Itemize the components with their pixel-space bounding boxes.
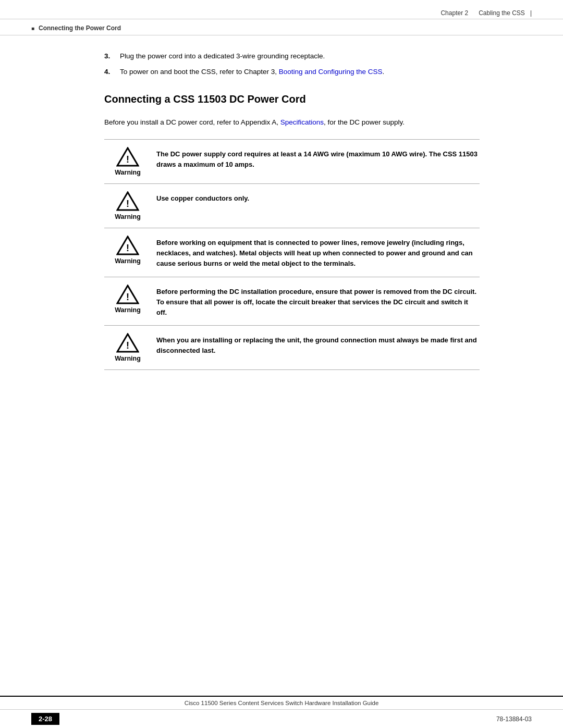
chapter-label: Cabling the CSS (479, 9, 525, 17)
warning-triangle-icon-4: ! (116, 285, 139, 304)
warning-text-3: Before working on equipment that is conn… (156, 236, 480, 269)
warning-text-2: Use copper conductors only. (156, 191, 480, 204)
page-header: Chapter 2 Cabling the CSS | (0, 0, 563, 19)
warning-label-2: Warning (115, 213, 141, 220)
list-item-4-num: 4. (104, 67, 117, 77)
list-item: 3. Plug the power cord into a dedicated … (104, 51, 480, 61)
warning-block-5: ! Warning When you are installing or rep… (104, 325, 480, 370)
svg-text:!: ! (126, 154, 129, 165)
svg-text:!: ! (126, 340, 129, 351)
warning-icon-col-2: ! Warning (104, 191, 156, 220)
page-number: 2-28 (31, 713, 59, 725)
warning-label-1: Warning (115, 169, 141, 176)
list-item-3-text: Plug the power cord into a dedicated 3-w… (120, 51, 325, 61)
page-footer: Cisco 11500 Series Content Services Swit… (0, 696, 563, 728)
warning-triangle-icon-3: ! (116, 236, 139, 255)
warning-label-4: Warning (115, 306, 141, 314)
list-item-4-text: To power on and boot the CSS, refer to C… (120, 67, 384, 77)
warning-label-5: Warning (115, 355, 141, 362)
list-item-3-num: 3. (104, 51, 117, 61)
warning-icon-col-1: ! Warning (104, 147, 156, 176)
svg-text:!: ! (126, 243, 129, 253)
document-number: 78-13884-03 (496, 715, 532, 723)
page: Chapter 2 Cabling the CSS | Connecting t… (0, 0, 563, 728)
warning-icon-col-4: ! Warning (104, 285, 156, 314)
warning-text-5: When you are installing or replacing the… (156, 333, 480, 356)
warnings-container: ! Warning The DC power supply cord requi… (104, 139, 480, 370)
numbered-list: 3. Plug the power cord into a dedicated … (104, 51, 480, 78)
chapter-info: Chapter 2 Cabling the CSS | (440, 9, 532, 17)
footer-bottom: 2-28 78-13884-03 (0, 710, 563, 728)
section-label-text: Connecting the Power Cord (39, 24, 121, 32)
section-breadcrumb: Connecting the Power Cord (0, 21, 563, 35)
main-content: 3. Plug the power cord into a dedicated … (0, 51, 563, 370)
warning-text-4: Before performing the DC installation pr… (156, 285, 480, 318)
warning-triangle-icon-5: ! (116, 333, 139, 353)
warning-text-1: The DC power supply cord requires at lea… (156, 147, 480, 170)
warning-triangle-icon-1: ! (116, 147, 139, 167)
intro-paragraph: Before you install a DC power cord, refe… (104, 117, 480, 128)
specifications-link[interactable]: Specifications (280, 118, 324, 126)
list-item: 4. To power on and boot the CSS, refer t… (104, 67, 480, 77)
warning-block-4: ! Warning Before performing the DC insta… (104, 277, 480, 325)
booting-link[interactable]: Booting and Configuring the CSS (279, 68, 383, 76)
warning-icon-col-3: ! Warning (104, 236, 156, 265)
warning-block-3: ! Warning Before working on equipment th… (104, 228, 480, 276)
section-heading: Connecting a CSS 11503 DC Power Cord (104, 93, 480, 105)
chapter-number: Chapter 2 (440, 9, 468, 17)
warning-label-3: Warning (115, 257, 141, 265)
warning-triangle-icon-2: ! (116, 191, 139, 211)
warning-block-2: ! Warning Use copper conductors only. (104, 183, 480, 228)
svg-text:!: ! (126, 292, 129, 302)
warning-block-1: ! Warning The DC power supply cord requi… (104, 139, 480, 183)
footer-doc-title: Cisco 11500 Series Content Services Swit… (0, 697, 563, 710)
warning-icon-col-5: ! Warning (104, 333, 156, 362)
svg-text:!: ! (126, 199, 129, 209)
